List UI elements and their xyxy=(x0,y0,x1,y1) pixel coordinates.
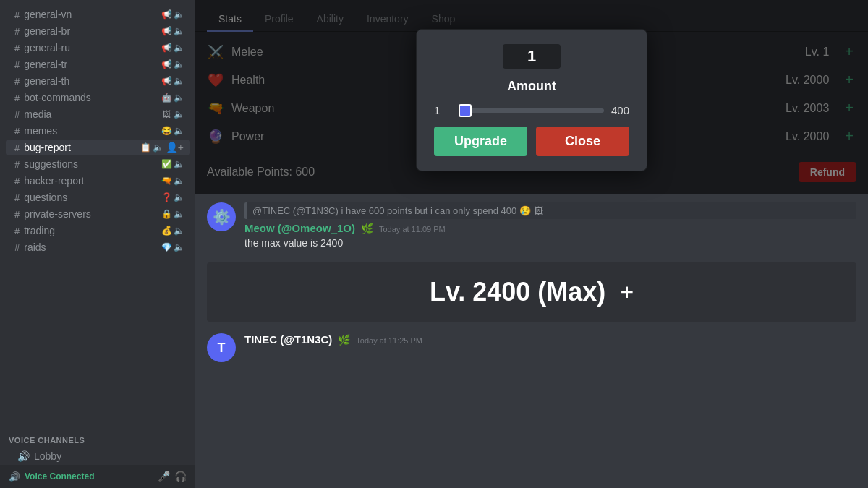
channel-badge-icon: 🔒 xyxy=(161,209,171,219)
sidebar-item-hacker-report[interactable]: #hacker-report🔫🔈 xyxy=(6,173,190,189)
modal-buttons: Upgrade Close xyxy=(434,127,629,156)
hash-icon: # xyxy=(14,93,20,103)
channel-badge-icon: 📢 xyxy=(161,59,171,69)
message-header: Meow (@Omeow_1O)🌿Today at 11:09 PM xyxy=(244,222,856,234)
channel-badge-icon: 🔫 xyxy=(161,176,171,186)
channel-badge-icon: 💰 xyxy=(161,226,171,236)
amount-slider[interactable] xyxy=(459,108,604,113)
voice-connected-text: Voice Connected xyxy=(25,471,94,481)
upgrade-button[interactable]: Upgrade xyxy=(434,127,527,156)
main-content: StatsProfileAbilityInventoryShop ⚔️ Mele… xyxy=(195,0,868,488)
avatar: ⚙️ xyxy=(207,202,236,231)
message-header: TINEC (@T1N3C)🌿Today at 11:25 PM xyxy=(244,333,856,346)
sidebar: #general-vn📢🔈#general-br📢🔈#general-ru📢🔈#… xyxy=(0,0,195,488)
big-level-text: Lv. 2400 (Max) xyxy=(430,277,605,307)
channel-badge-icon: 🔈 xyxy=(174,26,184,36)
voice-channel-lobby[interactable]: 🔊 Lobby xyxy=(6,448,190,464)
message-author[interactable]: TINEC (@T1N3C) xyxy=(244,333,332,346)
modal-title: Amount xyxy=(507,79,556,94)
voice-section-header: VOICE CHANNELS xyxy=(0,424,195,448)
close-button[interactable]: Close xyxy=(536,127,629,156)
add-user-icon[interactable]: 👤+ xyxy=(166,142,184,153)
sidebar-item-general-br[interactable]: #general-br📢🔈 xyxy=(6,23,190,39)
sidebar-item-trading[interactable]: #trading💰🔈 xyxy=(6,223,190,239)
channel-badge-icon: 🔈 xyxy=(174,9,184,20)
sidebar-item-general-tr[interactable]: #general-tr📢🔈 xyxy=(6,56,190,72)
chat-message: ⚙️@TINEC (@T1N3C) i have 600 points but … xyxy=(207,200,856,254)
channel-name-label: general-th xyxy=(24,75,158,87)
hash-icon: # xyxy=(14,109,20,120)
channel-badge-icon: 🔈 xyxy=(174,192,184,202)
channel-name-label: questions xyxy=(24,192,158,203)
message-time: Today at 11:25 PM xyxy=(356,336,422,345)
channel-badge-icon: ✅ xyxy=(161,159,171,169)
slider-row: 1 400 xyxy=(434,104,629,116)
sidebar-item-general-ru[interactable]: #general-ru📢🔈 xyxy=(6,40,190,56)
sidebar-item-memes[interactable]: #memes😂🔈 xyxy=(6,123,190,139)
channel-badge-icon: 🔈 xyxy=(174,76,184,86)
channel-badge-icon: 🔈 xyxy=(174,109,184,119)
modal-box: 1 Amount 1 400 Upgrade Close xyxy=(416,29,647,171)
channel-badge-icon: 🔈 xyxy=(174,126,184,136)
hash-icon: # xyxy=(14,59,20,70)
channel-badge-icon: 🔈 xyxy=(174,59,184,69)
channel-badge-icon: 🔈 xyxy=(174,209,184,219)
hash-icon: # xyxy=(14,226,20,236)
channel-badge-icon: 🔈 xyxy=(174,226,184,236)
sidebar-item-suggestions[interactable]: #suggestions✅🔈 xyxy=(6,156,190,172)
channel-badge-icon: 😂 xyxy=(161,126,171,136)
channel-badge-icon: 📋 xyxy=(141,142,151,153)
channel-name-label: memes xyxy=(24,125,158,137)
sidebar-item-bot-commands[interactable]: #bot-commands🤖🔈 xyxy=(6,90,190,106)
hash-icon: # xyxy=(14,76,20,87)
hash-icon: # xyxy=(14,9,20,20)
message-author[interactable]: Meow (@Omeow_1O) xyxy=(244,222,355,234)
hash-icon: # xyxy=(14,159,20,170)
channel-list: #general-vn📢🔈#general-br📢🔈#general-ru📢🔈#… xyxy=(0,0,195,424)
headset-icon[interactable]: 🎧 xyxy=(174,471,187,482)
stats-panel: StatsProfileAbilityInventoryShop ⚔️ Mele… xyxy=(195,0,868,194)
hash-icon: # xyxy=(14,43,20,53)
big-level-plus-button[interactable]: + xyxy=(620,279,634,306)
sidebar-item-bug-report[interactable]: #bug-report📋🔈👤+ xyxy=(6,140,190,155)
mic-icon[interactable]: 🎤 xyxy=(158,471,170,482)
hash-icon: # xyxy=(14,26,20,37)
channel-badge-icon: 📢 xyxy=(161,43,171,53)
hash-icon: # xyxy=(14,142,20,153)
hash-icon: # xyxy=(14,126,20,137)
channel-badge-icon: 🔈 xyxy=(174,159,184,169)
channel-name-label: private-servers xyxy=(24,208,158,220)
modal-overlay: 1 Amount 1 400 Upgrade Close xyxy=(195,0,868,194)
hash-icon: # xyxy=(14,209,20,220)
channel-badge-icon: 🔈 xyxy=(174,242,184,252)
message-time: Today at 11:09 PM xyxy=(379,225,446,234)
channel-badge-icon: 🔈 xyxy=(153,142,163,153)
channel-name-label: general-br xyxy=(24,25,158,37)
sidebar-item-private-servers[interactable]: #private-servers🔒🔈 xyxy=(6,206,190,222)
channel-badge-icon: 📢 xyxy=(161,26,171,36)
message-content: TINEC (@T1N3C)🌿Today at 11:25 PM xyxy=(244,333,856,347)
channel-name-label: general-vn xyxy=(24,9,158,20)
channel-name-label: trading xyxy=(24,225,158,236)
channel-name-label: bug-report xyxy=(24,142,138,153)
sidebar-item-raids[interactable]: #raids💎🔈 xyxy=(6,239,190,255)
avatar: T xyxy=(207,333,236,362)
message-text: the max value is 2400 xyxy=(244,236,856,251)
modal-amount-display: 1 xyxy=(503,44,561,69)
sidebar-item-media[interactable]: #media🖼🔈 xyxy=(6,106,190,122)
hash-icon: # xyxy=(14,192,20,203)
channel-badge-icon: 📢 xyxy=(161,76,171,86)
big-level-card: Lv. 2400 (Max) + xyxy=(207,262,856,322)
voice-connected-bar: 🔊 Voice Connected 🎤 🎧 xyxy=(0,465,195,488)
sidebar-item-questions[interactable]: #questions❓🔈 xyxy=(6,189,190,205)
quoted-message: @TINEC (@T1N3C) i have 600 points but i … xyxy=(244,202,856,219)
channel-badge-icon: 🔈 xyxy=(174,93,184,103)
channel-badge-icon: 🤖 xyxy=(161,93,171,103)
chat-area: ⚙️@TINEC (@T1N3C) i have 600 points but … xyxy=(195,194,868,488)
channel-badge-icon: 🔈 xyxy=(174,176,184,186)
message-content: @TINEC (@T1N3C) i have 600 points but i … xyxy=(244,202,856,251)
sidebar-item-general-vn[interactable]: #general-vn📢🔈 xyxy=(6,7,190,22)
channel-name-label: raids xyxy=(24,241,158,253)
channel-badge-icon: 💎 xyxy=(161,242,171,252)
sidebar-item-general-th[interactable]: #general-th📢🔈 xyxy=(6,73,190,89)
